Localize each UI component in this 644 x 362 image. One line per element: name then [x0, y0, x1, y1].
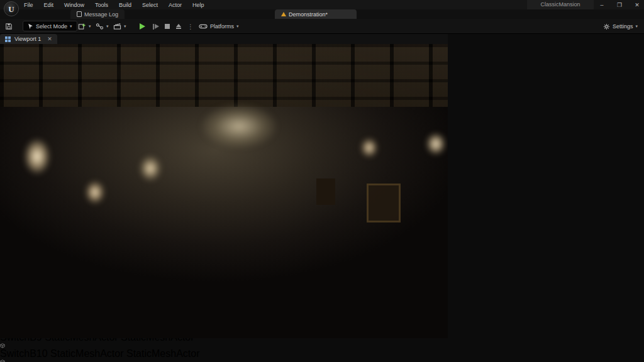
settings-dropdown[interactable]: Settings▾ — [603, 21, 638, 32]
scene-window-light — [201, 104, 277, 148]
close-button[interactable]: ✕ — [633, 2, 641, 8]
asset-tabrow: Message Log Demonstration* — [0, 9, 644, 19]
unreal-editor-window: U FileEditWindowToolsBuildSelectActorHel… — [0, 0, 644, 362]
scene-lamp — [140, 156, 161, 181]
viewport-tab-close-icon[interactable]: ✕ — [47, 36, 52, 42]
static-mesh-icon — [0, 343, 644, 348]
scene-lamp — [24, 138, 50, 175]
viewport-tab[interactable]: Viewport 1 ✕ — [0, 34, 57, 44]
platforms-dropdown[interactable]: Platforms▾ — [199, 21, 239, 32]
cinematics-dropdown[interactable]: ▾ — [113, 21, 126, 32]
project-title: ClassicMansion — [527, 0, 594, 9]
add-actor-dropdown[interactable]: ▾ — [78, 21, 91, 32]
titlebar: U FileEditWindowToolsBuildSelectActorHel… — [0, 0, 644, 9]
menu-item[interactable]: Help — [191, 2, 206, 8]
frame-skip-button[interactable] — [153, 21, 159, 32]
maximize-button[interactable]: ❐ — [615, 2, 624, 8]
viewport-canvas[interactable]: ≡ Perspective Lit Show — [0, 44, 448, 338]
scene-lamp — [426, 133, 445, 155]
menu-item[interactable]: File — [23, 2, 35, 8]
stop-button[interactable] — [165, 21, 170, 32]
play-button[interactable] — [140, 21, 145, 32]
menu-item[interactable]: Actor — [167, 2, 183, 8]
play-options-menu[interactable]: ⋮ — [187, 21, 194, 32]
menu-item[interactable]: Select — [141, 2, 159, 8]
minimize-button[interactable]: – — [597, 2, 606, 8]
scene-lamp — [361, 138, 377, 157]
main-toolbar: Select Mode▾ ▾ ▾ ▾ ⋮ Platforms▾ Setti — [0, 19, 644, 34]
scene-ceiling — [0, 44, 448, 107]
menubar: FileEditWindowToolsBuildSelectActorHelp — [23, 0, 206, 9]
scene-painting — [367, 184, 401, 222]
scene-lamp — [86, 181, 104, 204]
menu-item[interactable]: Window — [63, 2, 86, 8]
outliner-row[interactable]: SwitchB10 StaticMeshActor StaticMeshActo… — [0, 343, 644, 359]
eject-button[interactable] — [176, 21, 181, 32]
outliner-row[interactable]: SwitchB11 StaticMeshActor StaticMeshActo… — [0, 359, 644, 362]
menu-item[interactable]: Build — [118, 2, 133, 8]
scene-painting — [316, 178, 335, 205]
warning-icon — [281, 12, 286, 16]
unreal-logo-icon: U — [4, 1, 19, 16]
menu-item[interactable]: Tools — [94, 2, 109, 8]
static-mesh-icon — [0, 359, 644, 362]
viewport-panel: Viewport 1 ✕ — [0, 34, 448, 338]
blueprints-dropdown[interactable]: ▾ — [96, 21, 109, 32]
save-button[interactable] — [5, 21, 13, 32]
tab-message-log[interactable]: Message Log — [70, 9, 125, 19]
tab-demonstration[interactable]: Demonstration* — [275, 9, 357, 19]
viewport-scene — [0, 44, 448, 338]
menu-item[interactable]: Edit — [43, 2, 55, 8]
viewport-icon — [5, 36, 11, 42]
document-icon — [77, 11, 82, 17]
main-area: Viewport 1 ✕ — [0, 34, 644, 338]
select-mode-dropdown[interactable]: Select Mode▾ — [23, 21, 77, 31]
